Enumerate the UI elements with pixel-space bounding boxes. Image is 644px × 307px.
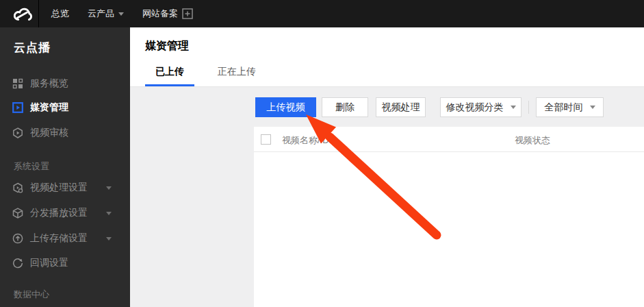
tab-bar: 已上传 正在上传 bbox=[145, 66, 256, 86]
media-table: 视频名称/ID 视频状态 bbox=[254, 127, 644, 307]
topbar: 总览 云产品 网站备案 bbox=[0, 0, 644, 27]
add-shortcut-icon[interactable] bbox=[182, 8, 193, 19]
nav-overview-label: 总览 bbox=[51, 8, 69, 20]
column-header-video-status[interactable]: 视频状态 bbox=[515, 134, 550, 147]
nav-overview[interactable]: 总览 bbox=[51, 0, 69, 27]
process-settings-icon bbox=[12, 182, 23, 193]
nav-icp-filing[interactable]: 网站备案 bbox=[142, 0, 178, 27]
select-all-checkbox[interactable] bbox=[261, 134, 271, 145]
nav-icp-filing-label: 网站备案 bbox=[142, 8, 178, 20]
callback-sync-icon bbox=[12, 258, 23, 269]
toolbar-divider bbox=[528, 101, 529, 114]
sidebar-item-service-overview[interactable]: 服务概览 bbox=[0, 75, 130, 93]
sidebar-item-label: 分发播放设置 bbox=[30, 207, 88, 219]
sidebar-item-distribution-playback-settings[interactable]: 分发播放设置 bbox=[0, 204, 130, 222]
table-body-empty bbox=[254, 152, 644, 306]
sidebar-item-label: 服务概览 bbox=[30, 77, 68, 90]
nav-cloud-products-label: 云产品 bbox=[88, 8, 114, 20]
sidebar-item-label: 回调设置 bbox=[30, 257, 68, 269]
tab-uploading[interactable]: 正在上传 bbox=[218, 66, 256, 86]
sidebar-section-data-center: 数据中心 bbox=[14, 288, 49, 301]
page-title: 媒资管理 bbox=[145, 39, 189, 53]
cube-icon bbox=[12, 208, 23, 219]
tencent-cloud-logo[interactable] bbox=[10, 5, 35, 23]
sidebar-item-label: 媒资管理 bbox=[30, 101, 68, 114]
tab-uploaded[interactable]: 已上传 bbox=[145, 66, 194, 86]
sidebar: 云点播 服务概览 媒资管理 视频审核 系 bbox=[0, 27, 130, 307]
sidebar-item-video-review[interactable]: 视频审核 bbox=[0, 124, 130, 142]
chevron-down-icon bbox=[106, 212, 112, 215]
sidebar-item-video-processing-settings[interactable]: 视频处理设置 bbox=[0, 179, 130, 197]
review-play-icon bbox=[12, 127, 23, 138]
video-process-button[interactable]: 视频处理 bbox=[376, 97, 426, 117]
table-header: 视频名称/ID 视频状态 bbox=[254, 127, 644, 152]
sidebar-item-media-management[interactable]: 媒资管理 bbox=[0, 99, 130, 116]
content-header: 媒资管理 已上传 正在上传 bbox=[130, 27, 644, 87]
topbar-divider bbox=[38, 0, 39, 27]
sidebar-item-label: 视频审核 bbox=[30, 127, 68, 139]
upload-video-button[interactable]: 上传视频 bbox=[255, 97, 316, 117]
product-title: 云点播 bbox=[14, 40, 51, 56]
modify-category-label: 修改视频分类 bbox=[446, 101, 504, 114]
chevron-down-icon bbox=[511, 106, 516, 109]
media-play-icon bbox=[12, 102, 23, 113]
upload-arrow-icon bbox=[12, 233, 23, 244]
modify-category-dropdown[interactable]: 修改视频分类 bbox=[440, 97, 521, 117]
sidebar-item-label: 视频处理设置 bbox=[30, 182, 88, 194]
chevron-down-icon bbox=[118, 12, 124, 16]
column-header-video-name[interactable]: 视频名称/ID bbox=[282, 134, 329, 147]
chevron-down-icon bbox=[590, 106, 595, 109]
sidebar-section-system-settings: 系统设置 bbox=[14, 160, 49, 173]
sidebar-item-upload-storage-settings[interactable]: 上传存储设置 bbox=[0, 230, 130, 247]
nav-cloud-products[interactable]: 云产品 bbox=[88, 0, 124, 27]
cloud-icon bbox=[12, 5, 34, 23]
chevron-down-icon bbox=[106, 186, 112, 190]
time-filter-value: 全部时间 bbox=[545, 101, 583, 114]
sidebar-item-label: 上传存储设置 bbox=[30, 232, 88, 245]
time-filter-select[interactable]: 全部时间 bbox=[536, 97, 604, 117]
delete-button[interactable]: 删除 bbox=[322, 97, 368, 117]
chevron-down-icon bbox=[106, 237, 112, 241]
grid-icon bbox=[12, 78, 23, 89]
sidebar-item-callback-settings[interactable]: 回调设置 bbox=[0, 254, 130, 272]
